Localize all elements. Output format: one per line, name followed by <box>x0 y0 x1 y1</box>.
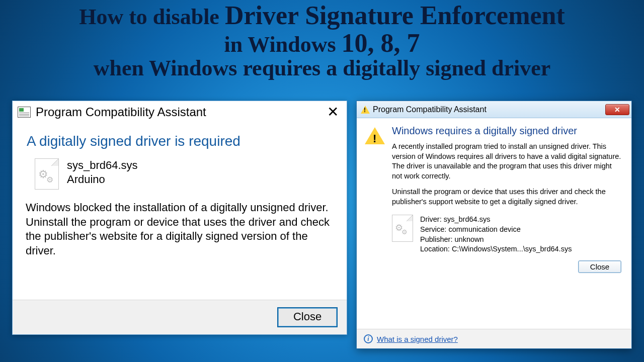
dialog-heading: A digitally signed driver is required <box>27 133 334 149</box>
dialog-footer: i What is a signed driver? <box>357 329 631 348</box>
headline-emph: 10, 8, 7 <box>342 29 420 57</box>
info-icon: i <box>364 334 373 343</box>
headline-part: when Windows requires a digitally signed… <box>0 56 644 80</box>
gear-icon: ⚙ <box>401 228 408 236</box>
driver-file-icon: ⚙ ⚙ <box>392 215 413 242</box>
driver-name-line: Driver: sys_brd64.sys <box>420 215 572 225</box>
dialog-body-text: Uninstall the program or device that use… <box>392 187 622 207</box>
dialog-title-text: Program Compatibility Assistant <box>36 105 206 119</box>
gear-icon: ⚙ <box>46 175 53 185</box>
dialog-titlebar: Program Compatibility Assistant ✕ <box>357 101 631 118</box>
driver-location-line: Location: C:\Windows\System...\sys_brd64… <box>420 244 572 254</box>
driver-file-name: sys_brd64.sys <box>67 158 138 172</box>
headline-part: in Windows <box>224 32 341 57</box>
page-headline: How to disable Driver Signature Enforcem… <box>0 1 644 81</box>
dialog-body-text: Windows blocked the installation of a di… <box>26 201 334 258</box>
dialog-title-text: Program Compatibility Assistant <box>373 105 487 114</box>
driver-service-line: Service: communication device <box>420 225 572 235</box>
compat-assist-icon <box>18 107 31 118</box>
headline-part: How to disable <box>79 5 225 29</box>
dialog-body-text: A recently installed program tried to in… <box>392 142 622 181</box>
driver-file-icon: ⚙ ⚙ <box>35 158 59 190</box>
close-icon[interactable]: ✕ <box>324 105 342 119</box>
dialog-titlebar: Program Compatibility Assistant ✕ <box>13 101 347 122</box>
close-button[interactable]: Close <box>578 260 621 273</box>
driver-publisher: Arduino <box>67 172 138 187</box>
driver-publisher-line: Publisher: unknown <box>420 235 572 245</box>
warning-icon <box>365 127 385 144</box>
close-button[interactable]: Close <box>277 307 338 327</box>
close-button[interactable]: ✕ <box>605 104 629 115</box>
dialog-footer: Close <box>13 300 347 334</box>
headline-emph: Driver Signature Enforcement <box>225 1 565 30</box>
dialog-win10: Program Compatibility Assistant ✕ A digi… <box>12 101 347 335</box>
dialog-heading: Windows requires a digitally signed driv… <box>392 125 622 137</box>
what-is-signed-driver-link[interactable]: What is a signed driver? <box>377 335 458 343</box>
warning-icon <box>361 106 370 114</box>
dialog-win7: Program Compatibility Assistant ✕ Window… <box>356 101 632 349</box>
